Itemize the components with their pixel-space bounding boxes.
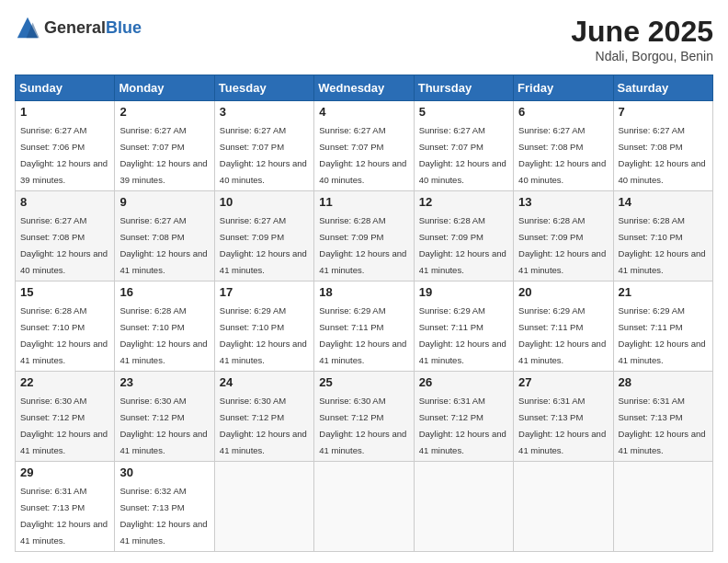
day-info: Sunrise: 6:29 AMSunset: 7:10 PMDaylight:… [220, 305, 307, 365]
calendar-cell: 29 Sunrise: 6:31 AMSunset: 7:13 PMDaylig… [16, 462, 115, 552]
day-info: Sunrise: 6:31 AMSunset: 7:13 PMDaylight:… [20, 486, 108, 546]
day-info: Sunrise: 6:27 AMSunset: 7:06 PMDaylight:… [20, 125, 108, 185]
day-info: Sunrise: 6:27 AMSunset: 7:08 PMDaylight:… [518, 125, 606, 185]
calendar-cell: 5 Sunrise: 6:27 AMSunset: 7:07 PMDayligh… [414, 101, 513, 191]
day-info: Sunrise: 6:27 AMSunset: 7:08 PMDaylight:… [619, 125, 706, 185]
calendar-cell: 16 Sunrise: 6:28 AMSunset: 7:10 PMDaylig… [115, 282, 214, 372]
day-number: 12 [419, 195, 508, 209]
day-number: 21 [619, 285, 708, 299]
month-title: June 2025 [571, 15, 713, 49]
day-info: Sunrise: 6:29 AMSunset: 7:11 PMDaylight:… [319, 305, 406, 365]
logo-text-general: General [44, 18, 106, 37]
page-header: GeneralBlue June 2025 Ndali, Borgou, Ben… [15, 15, 713, 63]
calendar-cell: 10 Sunrise: 6:27 AMSunset: 7:09 PMDaylig… [214, 191, 313, 282]
day-number: 11 [319, 195, 408, 209]
calendar-cell: 24 Sunrise: 6:30 AMSunset: 7:12 PMDaylig… [214, 372, 313, 462]
day-info: Sunrise: 6:31 AMSunset: 7:13 PMDaylight:… [518, 396, 606, 455]
day-number: 30 [119, 465, 209, 479]
weekday-header: Wednesday [314, 75, 414, 101]
calendar-cell: 20 Sunrise: 6:29 AMSunset: 7:11 PMDaylig… [514, 282, 613, 372]
day-info: Sunrise: 6:31 AMSunset: 7:12 PMDaylight:… [419, 396, 506, 455]
day-number: 24 [220, 375, 309, 389]
day-number: 16 [119, 285, 209, 299]
weekday-header: Thursday [414, 75, 513, 101]
calendar-cell: 12 Sunrise: 6:28 AMSunset: 7:09 PMDaylig… [414, 191, 513, 282]
calendar-cell: 14 Sunrise: 6:28 AMSunset: 7:10 PMDaylig… [613, 191, 712, 282]
day-number: 26 [419, 375, 508, 389]
calendar-cell: 26 Sunrise: 6:31 AMSunset: 7:12 PMDaylig… [414, 372, 513, 462]
weekday-header: Monday [115, 75, 214, 101]
day-number: 8 [20, 195, 109, 209]
calendar-header-row: SundayMondayTuesdayWednesdayThursdayFrid… [16, 75, 713, 101]
day-info: Sunrise: 6:30 AMSunset: 7:12 PMDaylight:… [220, 396, 307, 455]
day-number: 9 [119, 195, 209, 209]
day-number: 13 [518, 195, 608, 209]
day-info: Sunrise: 6:28 AMSunset: 7:09 PMDaylight:… [518, 215, 606, 275]
day-info: Sunrise: 6:28 AMSunset: 7:10 PMDaylight:… [119, 305, 207, 365]
weekday-header: Tuesday [214, 75, 313, 101]
calendar-cell [514, 462, 613, 552]
day-number: 7 [619, 105, 708, 119]
calendar-week-row: 1 Sunrise: 6:27 AMSunset: 7:06 PMDayligh… [16, 101, 713, 191]
calendar-week-row: 22 Sunrise: 6:30 AMSunset: 7:12 PMDaylig… [16, 372, 713, 462]
day-info: Sunrise: 6:27 AMSunset: 7:07 PMDaylight:… [119, 125, 207, 185]
calendar-cell: 4 Sunrise: 6:27 AMSunset: 7:07 PMDayligh… [314, 101, 414, 191]
calendar-cell: 1 Sunrise: 6:27 AMSunset: 7:06 PMDayligh… [16, 101, 115, 191]
day-info: Sunrise: 6:29 AMSunset: 7:11 PMDaylight:… [619, 305, 706, 365]
day-number: 1 [20, 105, 109, 119]
day-info: Sunrise: 6:28 AMSunset: 7:09 PMDaylight:… [319, 215, 406, 275]
logo: GeneralBlue [15, 15, 142, 40]
calendar-cell: 15 Sunrise: 6:28 AMSunset: 7:10 PMDaylig… [16, 282, 115, 372]
day-info: Sunrise: 6:29 AMSunset: 7:11 PMDaylight:… [419, 305, 506, 365]
day-info: Sunrise: 6:28 AMSunset: 7:10 PMDaylight:… [619, 215, 706, 275]
weekday-header: Sunday [16, 75, 115, 101]
calendar-cell: 7 Sunrise: 6:27 AMSunset: 7:08 PMDayligh… [613, 101, 712, 191]
title-area: June 2025 Ndali, Borgou, Benin [571, 15, 713, 63]
day-info: Sunrise: 6:30 AMSunset: 7:12 PMDaylight:… [119, 396, 207, 455]
calendar-cell: 22 Sunrise: 6:30 AMSunset: 7:12 PMDaylig… [16, 372, 115, 462]
weekday-header: Saturday [613, 75, 712, 101]
calendar-week-row: 29 Sunrise: 6:31 AMSunset: 7:13 PMDaylig… [16, 462, 713, 552]
calendar-cell: 21 Sunrise: 6:29 AMSunset: 7:11 PMDaylig… [613, 282, 712, 372]
calendar-cell: 9 Sunrise: 6:27 AMSunset: 7:08 PMDayligh… [115, 191, 214, 282]
day-info: Sunrise: 6:27 AMSunset: 7:09 PMDaylight:… [220, 215, 307, 275]
day-number: 3 [220, 105, 309, 119]
calendar-cell: 25 Sunrise: 6:30 AMSunset: 7:12 PMDaylig… [314, 372, 414, 462]
day-number: 15 [20, 285, 109, 299]
calendar-week-row: 15 Sunrise: 6:28 AMSunset: 7:10 PMDaylig… [16, 282, 713, 372]
calendar-cell [214, 462, 313, 552]
calendar-cell: 18 Sunrise: 6:29 AMSunset: 7:11 PMDaylig… [314, 282, 414, 372]
calendar-cell [314, 462, 414, 552]
day-info: Sunrise: 6:31 AMSunset: 7:13 PMDaylight:… [619, 396, 706, 455]
day-info: Sunrise: 6:28 AMSunset: 7:10 PMDaylight:… [20, 305, 108, 365]
day-info: Sunrise: 6:30 AMSunset: 7:12 PMDaylight:… [319, 396, 406, 455]
day-number: 18 [319, 285, 408, 299]
day-info: Sunrise: 6:30 AMSunset: 7:12 PMDaylight:… [20, 396, 108, 455]
calendar-cell: 17 Sunrise: 6:29 AMSunset: 7:10 PMDaylig… [214, 282, 313, 372]
logo-text-blue: Blue [106, 18, 142, 37]
day-number: 29 [20, 465, 109, 479]
calendar-cell: 8 Sunrise: 6:27 AMSunset: 7:08 PMDayligh… [16, 191, 115, 282]
day-info: Sunrise: 6:27 AMSunset: 7:07 PMDaylight:… [220, 125, 307, 185]
calendar-cell: 23 Sunrise: 6:30 AMSunset: 7:12 PMDaylig… [115, 372, 214, 462]
day-info: Sunrise: 6:27 AMSunset: 7:07 PMDaylight:… [319, 125, 406, 185]
day-number: 27 [518, 375, 608, 389]
calendar-cell: 3 Sunrise: 6:27 AMSunset: 7:07 PMDayligh… [214, 101, 313, 191]
calendar-cell [414, 462, 513, 552]
day-number: 19 [419, 285, 508, 299]
day-info: Sunrise: 6:27 AMSunset: 7:08 PMDaylight:… [119, 215, 207, 275]
logo-icon [15, 15, 40, 40]
day-number: 5 [419, 105, 508, 119]
calendar-cell: 27 Sunrise: 6:31 AMSunset: 7:13 PMDaylig… [514, 372, 613, 462]
calendar-cell: 13 Sunrise: 6:28 AMSunset: 7:09 PMDaylig… [514, 191, 613, 282]
calendar-cell: 30 Sunrise: 6:32 AMSunset: 7:13 PMDaylig… [115, 462, 214, 552]
day-info: Sunrise: 6:32 AMSunset: 7:13 PMDaylight:… [119, 486, 207, 546]
day-number: 25 [319, 375, 408, 389]
day-number: 28 [619, 375, 708, 389]
day-info: Sunrise: 6:28 AMSunset: 7:09 PMDaylight:… [419, 215, 506, 275]
calendar-cell: 19 Sunrise: 6:29 AMSunset: 7:11 PMDaylig… [414, 282, 513, 372]
day-info: Sunrise: 6:27 AMSunset: 7:07 PMDaylight:… [419, 125, 506, 185]
day-number: 6 [518, 105, 608, 119]
calendar-cell: 28 Sunrise: 6:31 AMSunset: 7:13 PMDaylig… [613, 372, 712, 462]
day-number: 10 [220, 195, 309, 209]
